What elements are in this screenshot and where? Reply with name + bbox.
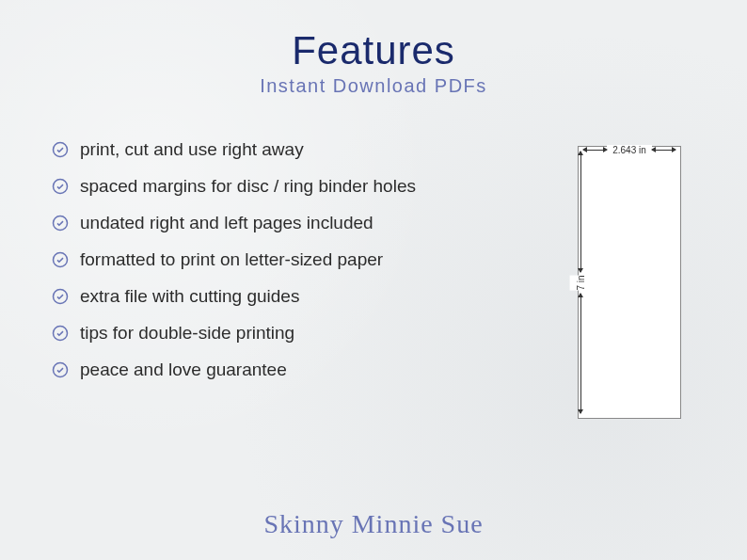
- width-dimension: 2.643 in: [583, 142, 675, 157]
- svg-point-6: [54, 363, 68, 377]
- check-circle-icon: [52, 325, 69, 342]
- dimension-box: 2.643 in 7 in: [578, 146, 681, 419]
- feature-text: extra file with cutting guides: [80, 286, 299, 307]
- size-diagram: 2.643 in 7 in: [540, 146, 681, 419]
- signature: Skinny Minnie Sue: [0, 509, 747, 539]
- feature-text: spaced margins for disc / ring binder ho…: [80, 176, 416, 197]
- feature-text: print, cut and use right away: [80, 139, 304, 160]
- feature-text: undated right and left pages included: [80, 213, 374, 233]
- arrow-line-icon: [580, 294, 581, 414]
- check-circle-icon: [52, 361, 69, 378]
- svg-point-0: [54, 143, 68, 157]
- arrow-line-icon: [583, 150, 607, 151]
- svg-point-5: [54, 327, 68, 341]
- height-label: 7 in: [570, 275, 592, 290]
- svg-point-1: [54, 180, 68, 194]
- page-title: Features: [0, 28, 747, 73]
- check-circle-icon: [52, 178, 69, 195]
- feature-text: peace and love guarantee: [80, 360, 287, 380]
- svg-point-4: [54, 290, 68, 304]
- feature-text: tips for double-side printing: [80, 323, 294, 344]
- arrow-line-icon: [580, 152, 581, 272]
- page-subtitle: Instant Download PDFs: [0, 75, 747, 97]
- width-label: 2.643 in: [607, 145, 652, 155]
- check-circle-icon: [52, 141, 69, 158]
- header: Features Instant Download PDFs: [0, 0, 747, 97]
- arrow-line-icon: [652, 150, 675, 151]
- svg-point-3: [54, 253, 68, 267]
- check-circle-icon: [52, 251, 69, 268]
- check-circle-icon: [52, 288, 69, 305]
- height-dimension: 7 in: [573, 152, 588, 413]
- feature-text: formatted to print on letter-sized paper: [80, 249, 383, 270]
- check-circle-icon: [52, 215, 69, 232]
- svg-point-2: [54, 216, 68, 231]
